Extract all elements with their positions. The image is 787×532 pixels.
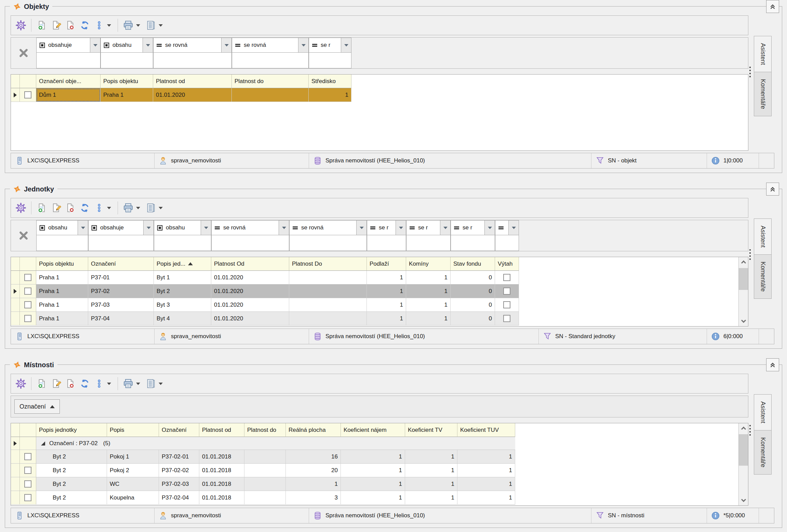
collapse-panel-button[interactable] <box>766 183 779 196</box>
cell-checkbox[interactable] <box>503 274 510 281</box>
tab-komentare[interactable]: Komentáře <box>754 72 772 116</box>
more-options-button[interactable] <box>92 201 106 215</box>
cell-checkbox[interactable] <box>503 315 510 322</box>
filter-operator-select[interactable]: se r <box>406 220 440 235</box>
edit-record-button[interactable] <box>49 18 63 32</box>
report-dropdown-arrow[interactable] <box>159 24 163 27</box>
filter-operator-dropdown-button[interactable] <box>78 220 88 235</box>
column-header[interactable]: Koeficient TV <box>405 423 457 437</box>
filter-operator-dropdown-button[interactable] <box>201 220 211 235</box>
vertical-scrollbar[interactable] <box>738 423 748 505</box>
filter-operator-dropdown-button[interactable] <box>440 220 451 235</box>
tab-komentare[interactable]: Komentáře <box>754 430 772 475</box>
row-checkbox[interactable] <box>24 480 31 488</box>
filter-operator-select[interactable]: se r <box>367 220 396 235</box>
scroll-down-button[interactable] <box>739 496 748 505</box>
vertical-scrollbar[interactable] <box>738 257 748 326</box>
refresh-button[interactable] <box>78 18 92 32</box>
column-header[interactable]: Podlaží <box>367 257 406 271</box>
table-row[interactable]: Praha 1P37-01Byt 101.01.2020110 <box>11 271 519 284</box>
group-expand-icon[interactable] <box>41 441 45 445</box>
collapse-panel-button[interactable] <box>766 358 779 371</box>
clear-filter-button[interactable] <box>11 220 36 251</box>
column-header[interactable]: Platnost Od <box>211 257 289 271</box>
filter-operator-select[interactable]: obsahuje <box>36 38 90 53</box>
delete-record-button[interactable] <box>63 201 78 215</box>
filter-operator-dropdown-button[interactable] <box>143 38 153 53</box>
column-header[interactable]: Označení <box>159 423 199 437</box>
settings-button[interactable] <box>14 18 28 32</box>
filter-operator-select[interactable]: se r <box>309 38 341 53</box>
scroll-down-button[interactable] <box>739 317 748 326</box>
print-dropdown-arrow[interactable] <box>136 24 140 27</box>
delete-record-button[interactable] <box>63 18 78 32</box>
filter-value-input[interactable] <box>153 53 232 68</box>
column-header[interactable]: Platnost Do <box>289 257 367 271</box>
scroll-up-button[interactable] <box>739 423 748 433</box>
filter-operator-dropdown-button[interactable] <box>357 220 367 235</box>
table-row[interactable]: Byt 2Pokoj 2P37-02-0201.01.201820111 <box>11 464 515 477</box>
print-button[interactable] <box>121 201 135 215</box>
add-record-button[interactable] <box>35 376 49 391</box>
add-record-button[interactable] <box>35 201 49 215</box>
row-checkbox[interactable] <box>24 301 31 308</box>
column-header[interactable]: Platnost do <box>244 423 286 437</box>
column-header[interactable]: Popis objektu <box>101 75 153 88</box>
tab-asistent[interactable]: Asistent <box>754 218 772 255</box>
edit-record-button[interactable] <box>49 201 63 215</box>
report-view-button[interactable] <box>144 376 158 391</box>
filter-operator-select[interactable]: obsahu <box>36 220 78 235</box>
group-by-column-button[interactable]: Označení <box>14 399 60 414</box>
filter-value-input[interactable] <box>289 235 367 251</box>
filter-value-input[interactable] <box>211 235 289 251</box>
filter-operator-select[interactable]: obsahuje <box>88 220 144 235</box>
tab-asistent[interactable]: Asistent <box>754 36 772 72</box>
print-button[interactable] <box>121 376 135 391</box>
print-button[interactable] <box>121 18 135 32</box>
column-header[interactable]: Označení obje... <box>36 75 101 88</box>
filter-value-input[interactable] <box>406 235 451 251</box>
table-row[interactable]: Byt 2WCP37-02-0301.01.20181111 <box>11 477 515 491</box>
filter-operator-select[interactable] <box>495 220 509 235</box>
print-dropdown-arrow[interactable] <box>136 383 140 385</box>
column-header[interactable]: Stav fondu <box>451 257 495 271</box>
column-header[interactable]: Označení <box>88 257 154 271</box>
filter-operator-dropdown-button[interactable] <box>298 38 309 53</box>
cell-checkbox[interactable] <box>503 288 510 295</box>
more-options-dropdown-arrow[interactable] <box>107 24 111 27</box>
filter-value-input[interactable] <box>154 235 211 251</box>
table-row[interactable]: Byt 2KoupelnaP37-02-0401.01.20183111 <box>11 491 515 505</box>
edit-record-button[interactable] <box>49 376 63 391</box>
scroll-up-button[interactable] <box>739 257 748 267</box>
filter-operator-dropdown-button[interactable] <box>396 220 406 235</box>
column-header[interactable]: Platnost od <box>153 75 232 88</box>
filter-value-input[interactable] <box>101 53 153 68</box>
column-header[interactable]: Komíny <box>406 257 451 271</box>
row-checkbox[interactable] <box>24 288 31 295</box>
filter-operator-select[interactable]: se r <box>451 220 485 235</box>
column-header[interactable]: Popis <box>107 423 159 437</box>
column-header[interactable]: Popis objektu <box>36 257 88 271</box>
table-row[interactable]: Praha 1P37-02Byt 201.01.2020110 <box>11 284 519 298</box>
refresh-button[interactable] <box>78 376 92 391</box>
table-row[interactable]: Praha 1P37-04Byt 401.01.2020110 <box>11 312 519 325</box>
more-options-button[interactable] <box>92 376 106 391</box>
scrollbar-thumb[interactable] <box>739 268 748 290</box>
column-header[interactable]: Středisko <box>309 75 351 88</box>
report-view-button[interactable] <box>144 18 158 32</box>
scrollbar-thumb[interactable] <box>739 434 748 466</box>
report-view-button[interactable] <box>144 201 158 215</box>
splitter-drag-handle[interactable] <box>749 249 751 260</box>
filter-operator-select[interactable]: se rovná <box>211 220 279 235</box>
filter-value-input[interactable] <box>495 235 519 251</box>
filter-operator-select[interactable]: se rovná <box>289 220 357 235</box>
column-header[interactable]: Reálná plocha <box>286 423 341 437</box>
column-header[interactable]: Platnost do <box>232 75 309 88</box>
row-checkbox[interactable] <box>24 453 31 460</box>
report-dropdown-arrow[interactable] <box>159 383 163 385</box>
print-dropdown-arrow[interactable] <box>136 207 140 209</box>
column-header[interactable]: Výtah <box>495 257 519 271</box>
filter-operator-select[interactable]: obsahu <box>101 38 143 53</box>
settings-button[interactable] <box>14 376 28 391</box>
delete-record-button[interactable] <box>63 376 78 391</box>
